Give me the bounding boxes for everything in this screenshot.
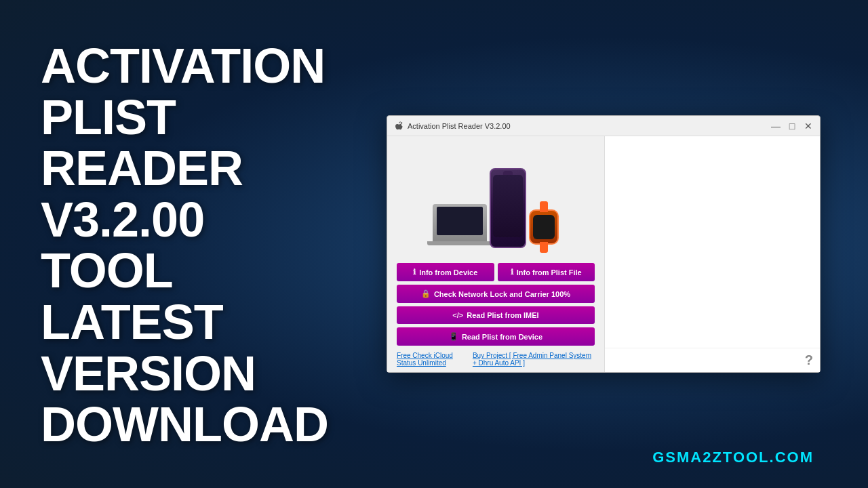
device-image-area (397, 143, 595, 258)
btn-row-2: 🔒 Check Network Lock and Carrier 100% (397, 285, 595, 303)
close-button[interactable]: ✕ (802, 120, 814, 132)
lock-icon: 🔒 (421, 289, 431, 298)
btn-row-3: </> Read Plist from IMEI (397, 306, 595, 324)
read-plist-imei-button[interactable]: </> Read Plist from IMEI (397, 306, 595, 324)
buy-project-link[interactable]: Buy Project [ Free Admin Panel System + … (473, 352, 595, 367)
iphone-icon (490, 168, 526, 248)
read-plist-device-label: Read Plist from Device (462, 333, 542, 341)
info-device-label: Info from Device (419, 268, 477, 277)
info-from-plist-button[interactable]: ℹ Info from Plist File (498, 263, 595, 281)
buttons-area: ℹ Info from Device ℹ Info from Plist Fil… (397, 263, 595, 367)
macbook-icon (433, 204, 487, 241)
output-area (605, 136, 820, 348)
right-panel: ? (604, 136, 820, 372)
left-panel: ℹ Info from Device ℹ Info from Plist Fil… (387, 136, 604, 372)
device-group (433, 153, 559, 248)
link-row: Free Check iCloud Status Unlimited Buy P… (397, 352, 595, 367)
check-network-button[interactable]: 🔒 Check Network Lock and Carrier 100% (397, 285, 595, 303)
check-network-label: Check Network Lock and Carrier 100% (434, 290, 570, 298)
page-title: ACTIVATION PLIST READER V3.2.00 TOOL LAT… (41, 41, 328, 451)
info-plist-label: Info from Plist File (517, 268, 582, 277)
title-bar-controls: — □ ✕ (770, 120, 814, 132)
info-from-device-button[interactable]: ℹ Info from Device (397, 263, 494, 281)
macbook-screen (437, 207, 483, 235)
info-plist-icon: ℹ (511, 268, 513, 277)
maximize-button[interactable]: □ (786, 120, 798, 132)
title-bar: Activation Plist Reader V3.2.00 — □ ✕ (387, 116, 820, 136)
btn-row-4: 📱 Read Plist from Device (397, 327, 595, 346)
free-check-link[interactable]: Free Check iCloud Status Unlimited (397, 352, 473, 367)
iphone-screen (493, 175, 523, 237)
watermark: GSMA2ZTOOL.COM (652, 449, 814, 466)
read-plist-device-button[interactable]: 📱 Read Plist from Device (397, 327, 595, 346)
window-content: ℹ Info from Device ℹ Info from Plist Fil… (387, 136, 820, 372)
help-icon[interactable]: ? (805, 352, 813, 368)
apple-logo-icon (393, 121, 403, 131)
minimize-button[interactable]: — (770, 120, 782, 132)
device-icon: 📱 (449, 332, 458, 341)
watch-screen (533, 215, 555, 239)
apple-watch-icon (529, 209, 559, 245)
app-window: Activation Plist Reader V3.2.00 — □ ✕ (387, 115, 821, 373)
code-icon: </> (452, 311, 463, 319)
btn-row-1: ℹ Info from Device ℹ Info from Plist Fil… (397, 263, 595, 281)
read-plist-imei-label: Read Plist from IMEI (467, 311, 538, 319)
title-bar-left: Activation Plist Reader V3.2.00 (393, 121, 511, 131)
window-title: Activation Plist Reader V3.2.00 (408, 122, 511, 130)
right-panel-footer: ? (605, 348, 820, 372)
info-device-icon: ℹ (413, 268, 416, 277)
